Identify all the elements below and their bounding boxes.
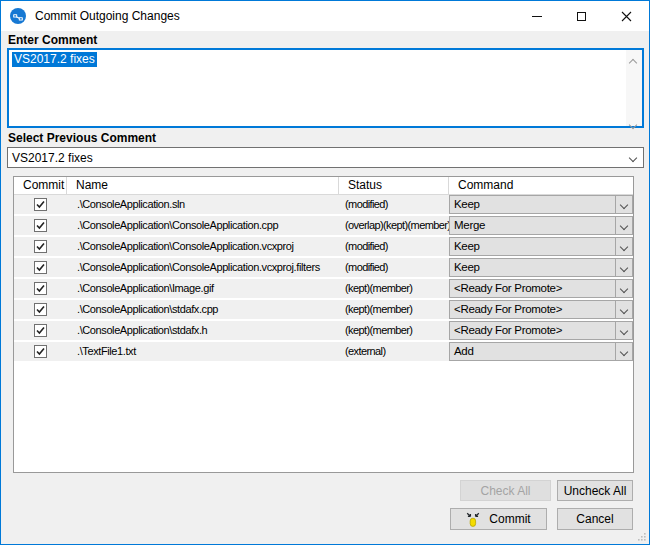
comment-scrollbar[interactable] <box>626 50 642 126</box>
file-name-cell: .\ConsoleApplication.sln <box>67 195 339 214</box>
commit-checkbox[interactable] <box>34 261 47 274</box>
commit-checkbox[interactable] <box>34 219 47 232</box>
table-row: .\ConsoleApplication\Image.gif (kept)(me… <box>14 279 633 300</box>
chevron-down-icon <box>615 217 632 234</box>
checkmark-icon <box>35 262 46 273</box>
command-dropdown[interactable]: <Ready For Promote> <box>449 279 633 298</box>
command-dropdown[interactable]: <Ready For Promote> <box>449 300 633 319</box>
column-header-commit[interactable]: Commit <box>14 177 67 194</box>
file-name-cell: .\ConsoleApplication\ConsoleApplication.… <box>67 237 339 256</box>
chevron-down-icon <box>615 238 632 255</box>
app-logo-icon <box>10 8 26 24</box>
commit-checkbox[interactable] <box>34 345 47 358</box>
command-dropdown[interactable]: Add <box>449 342 633 361</box>
column-header-status[interactable]: Status <box>339 177 449 194</box>
chevron-down-icon <box>623 155 643 161</box>
maximize-icon <box>577 12 586 21</box>
file-name-cell: .\ConsoleApplication\ConsoleApplication.… <box>67 258 339 277</box>
command-dropdown[interactable]: <Ready For Promote> <box>449 321 633 340</box>
file-status-cell: (kept)(member) <box>339 279 449 298</box>
commit-button[interactable]: Commit <box>450 508 547 530</box>
checkin-icon <box>466 512 482 527</box>
command-value: Merge <box>450 217 485 234</box>
scroll-down-icon[interactable] <box>630 117 637 124</box>
file-name-cell: .\ConsoleApplication\stdafx.h <box>67 321 339 340</box>
file-status-cell: (kept)(member) <box>339 321 449 340</box>
commit-checkbox[interactable] <box>34 240 47 253</box>
checkmark-icon <box>35 241 46 252</box>
commit-checkbox[interactable] <box>34 282 47 295</box>
changes-table: Commit Name Status Command .\ConsoleAppl… <box>13 176 634 473</box>
checkmark-icon <box>35 304 46 315</box>
resize-grip[interactable] <box>637 532 646 541</box>
command-value: Add <box>450 343 474 360</box>
command-value: Keep <box>450 238 480 255</box>
commit-outgoing-changes-dialog: Commit Outgoing Changes Enter Comment VS… <box>0 0 650 545</box>
minimize-button[interactable] <box>514 2 559 31</box>
command-dropdown[interactable]: Keep <box>449 195 633 214</box>
file-name-cell: .\ConsoleApplication\stdafx.cpp <box>67 300 339 319</box>
close-icon <box>621 11 632 22</box>
scroll-up-icon[interactable] <box>630 55 637 62</box>
command-dropdown[interactable]: Keep <box>449 237 633 256</box>
table-row: .\ConsoleApplication.sln (modified) Keep <box>14 195 633 216</box>
minimize-icon <box>532 16 542 17</box>
command-value: Keep <box>450 259 480 276</box>
uncheck-all-button[interactable]: Uncheck All <box>557 480 633 501</box>
file-status-cell: (kept)(member) <box>339 300 449 319</box>
command-dropdown[interactable]: Keep <box>449 258 633 277</box>
checkmark-icon <box>35 325 46 336</box>
file-name-cell: .\ConsoleApplication\Image.gif <box>67 279 339 298</box>
file-status-cell: (modified) <box>339 237 449 256</box>
check-all-button[interactable]: Check All <box>460 480 551 501</box>
table-header: Commit Name Status Command <box>14 177 633 195</box>
commit-checkbox[interactable] <box>34 303 47 316</box>
chevron-down-icon <box>615 343 632 360</box>
command-dropdown[interactable]: Merge <box>449 216 633 235</box>
title-bar[interactable]: Commit Outgoing Changes <box>1 1 649 31</box>
window-title: Commit Outgoing Changes <box>35 9 180 23</box>
file-name-cell: .\ConsoleApplication\ConsoleApplication.… <box>67 216 339 235</box>
file-status-cell: (overlap)(kept)(member) <box>339 216 449 235</box>
commit-button-label: Commit <box>489 512 530 526</box>
table-row: .\ConsoleApplication\ConsoleApplication.… <box>14 237 633 258</box>
table-row: .\ConsoleApplication\stdafx.h (kept)(mem… <box>14 321 633 342</box>
close-button[interactable] <box>604 2 649 31</box>
table-row: .\ConsoleApplication\ConsoleApplication.… <box>14 258 633 279</box>
chevron-down-icon <box>615 322 632 339</box>
checkmark-icon <box>35 199 46 210</box>
chevron-down-icon <box>615 196 632 213</box>
column-header-name[interactable]: Name <box>67 177 339 194</box>
table-body: .\ConsoleApplication.sln (modified) Keep… <box>14 195 633 363</box>
chevron-down-icon <box>615 280 632 297</box>
column-header-command[interactable]: Command <box>449 177 633 194</box>
chevron-down-icon <box>615 259 632 276</box>
checkmark-icon <box>35 283 46 294</box>
comment-text-selected: VS2017.2 fixes <box>12 52 97 67</box>
commit-checkbox[interactable] <box>34 198 47 211</box>
previous-comment-dropdown[interactable]: VS2017.2 fixes <box>7 147 644 168</box>
file-status-cell: (external) <box>339 342 449 361</box>
select-previous-comment-label: Select Previous Comment <box>8 131 156 145</box>
command-value: <Ready For Promote> <box>450 322 562 339</box>
command-value: Keep <box>450 196 480 213</box>
file-name-cell: .\TextFile1.txt <box>67 342 339 361</box>
command-value: <Ready For Promote> <box>450 301 562 318</box>
maximize-button[interactable] <box>559 2 604 31</box>
checkmark-icon <box>35 220 46 231</box>
chevron-down-icon <box>615 301 632 318</box>
command-value: <Ready For Promote> <box>450 280 562 297</box>
checkmark-icon <box>35 346 46 357</box>
table-row: .\ConsoleApplication\stdafx.cpp (kept)(m… <box>14 300 633 321</box>
commit-checkbox[interactable] <box>34 324 47 337</box>
table-row: .\TextFile1.txt (external) Add <box>14 342 633 363</box>
cancel-button[interactable]: Cancel <box>557 508 633 530</box>
file-status-cell: (modified) <box>339 258 449 277</box>
file-status-cell: (modified) <box>339 195 449 214</box>
enter-comment-label: Enter Comment <box>8 33 97 47</box>
previous-comment-value: VS2017.2 fixes <box>8 151 93 165</box>
table-row: .\ConsoleApplication\ConsoleApplication.… <box>14 216 633 237</box>
comment-textbox[interactable]: VS2017.2 fixes <box>7 48 644 128</box>
